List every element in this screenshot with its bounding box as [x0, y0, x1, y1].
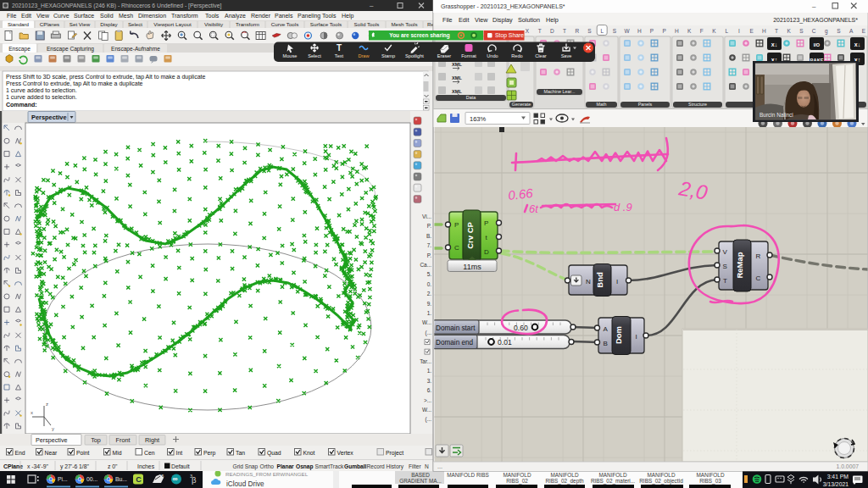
svg-text:K: K — [687, 28, 692, 34]
svg-text:CPlanes: CPlanes — [40, 21, 59, 27]
svg-text:20210123_HEXAGONPANELS (246 KB: 20210123_HEXAGONPANELS (246 KB) - Rhinoc… — [12, 3, 221, 9]
svg-text:H: H — [762, 28, 766, 34]
svg-text:F: F — [700, 28, 704, 34]
svg-text:RIBS_02_depth: RIBS_02_depth — [545, 478, 584, 485]
svg-text:Format: Format — [461, 53, 476, 58]
svg-text:Cen: Cen — [144, 450, 155, 456]
svg-text:RIBS_03: RIBS_03 — [699, 478, 721, 485]
svg-text:V: V — [723, 248, 728, 256]
svg-text:T: T — [775, 28, 778, 34]
svg-text:Edit: Edit — [459, 16, 469, 24]
svg-text:7.: 7. — [427, 242, 432, 248]
svg-text:Crv CP: Crv CP — [465, 222, 475, 249]
svg-text:Perspective: Perspective — [36, 436, 68, 444]
svg-text:Bu...: Bu... — [115, 476, 127, 482]
svg-text:X: X — [526, 28, 530, 34]
svg-text:x -34'-9": x -34'-9" — [27, 463, 48, 469]
svg-text:Dimension: Dimension — [138, 13, 166, 19]
svg-text:I/O: I/O — [814, 42, 821, 47]
svg-text:BASED: BASED — [411, 472, 430, 478]
svg-text:Eraser: Eraser — [437, 53, 452, 58]
svg-text:MANIFOLD: MANIFOLD — [503, 472, 531, 478]
svg-text:Set View: Set View — [70, 21, 91, 27]
svg-text:Dom: Dom — [614, 326, 623, 344]
svg-text:Filter: Filter — [409, 463, 421, 469]
svg-text:W: W — [625, 28, 631, 34]
svg-text:163%: 163% — [470, 115, 487, 123]
svg-text:Right: Right — [145, 436, 159, 444]
svg-text:Mouse: Mouse — [283, 53, 298, 58]
svg-text:00...: 00... — [86, 476, 97, 482]
svg-text:5.: 5. — [427, 271, 432, 277]
svg-text:Pi...: Pi... — [58, 476, 68, 482]
svg-text:Transform: Transform — [236, 21, 259, 27]
svg-text:View: View — [475, 16, 488, 24]
svg-text:C: C — [136, 475, 142, 484]
svg-text:RIBS_02: RIBS_02 — [506, 478, 528, 485]
svg-text:0.01: 0.01 — [498, 338, 512, 347]
svg-text:Data: Data — [466, 95, 476, 100]
svg-text:Domain end: Domain end — [436, 339, 474, 347]
svg-text:1 curve added to selection.: 1 curve added to selection. — [6, 94, 77, 100]
svg-text:0.60: 0.60 — [514, 324, 528, 332]
svg-text:9.: 9. — [427, 301, 432, 307]
svg-text:S: S — [837, 28, 841, 34]
svg-text:Paneling Tools: Paneling Tools — [298, 13, 337, 19]
svg-text:...: ... — [437, 463, 442, 469]
svg-text:Int: Int — [176, 450, 183, 456]
svg-text:Draw: Draw — [358, 53, 370, 58]
svg-text:Solid Tools: Solid Tools — [354, 21, 380, 27]
svg-text:Standard: Standard — [8, 21, 30, 27]
svg-text:6.: 6. — [427, 387, 432, 393]
svg-text:Grasshopper - 20210123_HEXAGON: Grasshopper - 20210123_HEXAGONPANELS* — [441, 3, 565, 10]
svg-text:Vertex: Vertex — [337, 450, 354, 456]
svg-text:P.: P. — [427, 252, 431, 258]
svg-text:Panels: Panels — [638, 102, 653, 107]
svg-text:E: E — [749, 28, 754, 34]
svg-text:x↓: x↓ — [771, 42, 777, 47]
svg-text:Undo: Undo — [487, 53, 498, 58]
svg-text:I: I — [738, 28, 740, 34]
svg-text:Analyze: Analyze — [225, 13, 246, 19]
svg-text:Help: Help — [546, 16, 559, 24]
svg-text:N: N — [586, 278, 591, 286]
svg-text:Render: Render — [251, 13, 271, 19]
svg-text:Press Control to extrude, tap: Press Control to extrude, tap Alt to mak… — [6, 80, 143, 87]
svg-text:L: L — [725, 28, 728, 34]
svg-text:z: z — [46, 402, 48, 407]
svg-text:End: End — [15, 450, 25, 456]
svg-text:T: T — [337, 43, 342, 53]
svg-text:Transform: Transform — [171, 13, 198, 19]
svg-text:Mesh: Mesh — [119, 13, 133, 19]
svg-text:RIBS_02_objectId: RIBS_02_objectId — [639, 478, 683, 485]
svg-text:Osnap: Osnap — [296, 463, 314, 470]
svg-text:View: View — [36, 13, 50, 19]
svg-text:Save: Save — [561, 53, 572, 58]
svg-text:P.: P. — [427, 223, 431, 229]
svg-text:Enscape: Enscape — [8, 46, 31, 53]
svg-text:Visibility: Visibility — [204, 21, 224, 27]
svg-text:S: S — [723, 263, 727, 270]
svg-text:P: P — [454, 221, 459, 229]
svg-text:1 curve added to selection.: 1 curve added to selection. — [6, 87, 77, 93]
svg-text:Surface: Surface — [74, 13, 94, 19]
svg-text:Curve: Curve — [53, 13, 70, 19]
svg-text:Top: Top — [91, 436, 101, 444]
svg-text:iCloud Drive: iCloud Drive — [226, 480, 264, 488]
svg-text:3/13/2021: 3/13/2021 — [823, 481, 849, 487]
svg-text:I: I — [616, 278, 618, 286]
svg-text:T: T — [723, 277, 727, 285]
svg-text:READINGS_FROM ERWINANGEL: READINGS_FROM ERWINANGEL — [225, 471, 309, 477]
svg-text:GRADIENT MA...: GRADIENT MA... — [399, 478, 442, 484]
svg-text:3: 3 — [190, 474, 192, 479]
svg-text:Default: Default — [171, 463, 190, 469]
svg-text:11ms: 11ms — [463, 263, 481, 271]
svg-text:0.66: 0.66 — [508, 186, 534, 202]
svg-text:Tar...: Tar... — [420, 358, 431, 364]
svg-text:L: L — [600, 28, 604, 34]
svg-text:3.: 3. — [427, 378, 432, 384]
svg-text:Clear: Clear — [535, 53, 547, 58]
svg-text:y 27'-6 1/8": y 27'-6 1/8" — [60, 463, 90, 470]
svg-text:x↓: x↓ — [854, 42, 860, 47]
svg-text:Point: Point — [76, 450, 90, 456]
